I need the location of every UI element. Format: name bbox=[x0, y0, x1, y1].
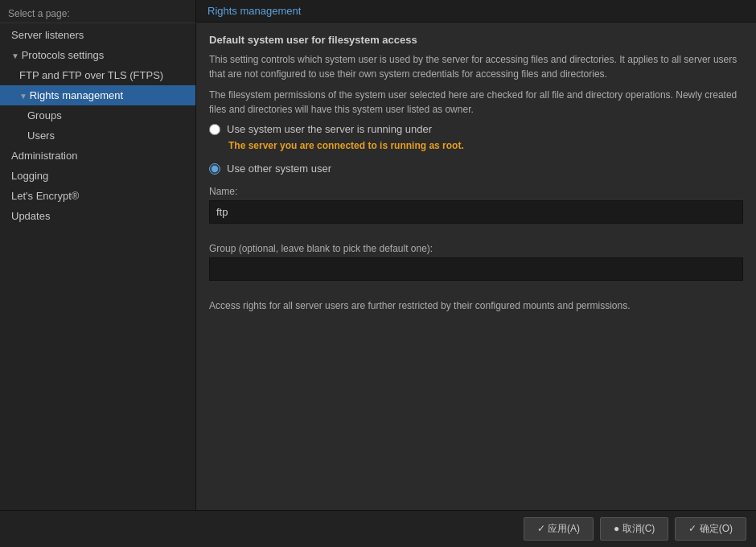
apply-button[interactable]: ✓ 应用(A) bbox=[524, 517, 594, 541]
radio-option-other-user[interactable]: Use other system user bbox=[209, 162, 743, 175]
radio-other-user[interactable] bbox=[209, 163, 220, 175]
sidebar-item-lets-encrypt[interactable]: Let's Encrypt® bbox=[0, 186, 195, 206]
name-input[interactable] bbox=[209, 200, 743, 224]
section-title: Default system user for filesystem acces… bbox=[209, 34, 743, 46]
sidebar-item-rights-management[interactable]: Rights management bbox=[0, 85, 195, 105]
sidebar-item-ftp-ftps[interactable]: FTP and FTP over TLS (FTPS) bbox=[0, 65, 195, 85]
radio-group: Use system user the server is running un… bbox=[209, 123, 743, 175]
content-header: Rights management bbox=[196, 0, 756, 23]
description2: The filesystem permissions of the system… bbox=[209, 88, 743, 117]
sidebar: Select a page: Server listeners Protocol… bbox=[0, 0, 196, 510]
content-body: Default system user for filesystem acces… bbox=[196, 23, 756, 510]
radio-other-user-label: Use other system user bbox=[227, 162, 331, 175]
radio-system-user-label: Use system user the server is running un… bbox=[227, 123, 432, 135]
content-area: Rights management Default system user fo… bbox=[196, 0, 756, 510]
ok-button[interactable]: ✓ 确定(O) bbox=[675, 517, 746, 541]
sidebar-item-logging[interactable]: Logging bbox=[0, 166, 195, 186]
group-field-group: Group (optional, leave blank to pick the… bbox=[209, 243, 743, 289]
name-field-group: Name: bbox=[209, 186, 743, 232]
radio-option-system-user[interactable]: Use system user the server is running un… bbox=[209, 123, 743, 135]
footer-text: Access rights for all server users are f… bbox=[209, 300, 743, 311]
sidebar-item-users[interactable]: Users bbox=[0, 125, 195, 146]
sidebar-item-server-listeners[interactable]: Server listeners bbox=[0, 25, 195, 45]
cancel-button[interactable]: ● 取消(C) bbox=[600, 517, 668, 541]
sidebar-item-updates[interactable]: Updates bbox=[0, 206, 195, 226]
radio-system-user[interactable] bbox=[209, 124, 220, 135]
sidebar-item-administration[interactable]: Administration bbox=[0, 146, 195, 166]
main-dialog: Select a page: Server listeners Protocol… bbox=[0, 0, 756, 547]
sidebar-label: Select a page: bbox=[0, 3, 195, 23]
group-input[interactable] bbox=[209, 257, 743, 281]
main-area: Select a page: Server listeners Protocol… bbox=[0, 0, 756, 510]
name-label: Name: bbox=[209, 186, 743, 197]
warning-text: The server you are connected to is runni… bbox=[228, 140, 743, 151]
group-label: Group (optional, leave blank to pick the… bbox=[209, 243, 743, 254]
sidebar-item-protocols-settings[interactable]: Protocols settings bbox=[0, 45, 195, 65]
sidebar-item-groups[interactable]: Groups bbox=[0, 105, 195, 125]
description1: This setting controls which system user … bbox=[209, 52, 743, 81]
button-bar: ✓ 应用(A) ● 取消(C) ✓ 确定(O) bbox=[0, 510, 756, 547]
